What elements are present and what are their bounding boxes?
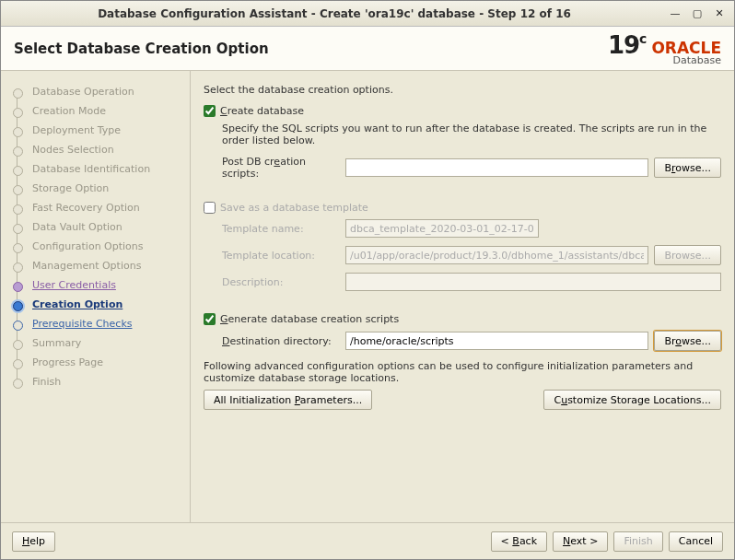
destination-dir-row: Destination directory: Browse... (222, 331, 721, 351)
next-button[interactable]: Next > (553, 531, 608, 552)
post-scripts-input[interactable] (345, 158, 648, 177)
step-data-vault-option: Data Vault Option (10, 217, 186, 237)
customize-storage-button[interactable]: Customize Storage Locations... (543, 390, 721, 410)
create-database-note: Specify the SQL scripts you want to run … (222, 122, 721, 146)
generate-scripts-checkbox[interactable] (204, 313, 216, 325)
close-icon[interactable]: ✕ (712, 7, 727, 20)
step-user-credentials[interactable]: User Credentials (10, 275, 186, 295)
step-prerequisite-checks[interactable]: Prerequisite Checks (10, 314, 186, 333)
step-progress-page: Progress Page (10, 353, 186, 372)
template-location-input (345, 246, 648, 264)
template-name-row: Template name: (222, 219, 721, 238)
step-finish: Finish (10, 372, 186, 391)
create-database-label: Create database (220, 105, 304, 117)
step-creation-option: Creation Option (10, 295, 186, 314)
maximize-icon[interactable]: ▢ (690, 7, 705, 20)
template-name-input (345, 219, 539, 238)
save-template-option[interactable]: Save as a database template (204, 202, 721, 214)
post-scripts-browse-button[interactable]: Browse... (654, 158, 721, 178)
header: Select Database Creation Option 19c ORAC… (1, 27, 734, 71)
template-location-label: Template location: (222, 250, 340, 262)
sidebar: Database OperationCreation ModeDeploymen… (1, 71, 191, 522)
create-database-option[interactable]: Create database (204, 105, 721, 117)
intro-text: Select the database creation options. (204, 84, 721, 96)
window-title: Database Configuration Assistant - Creat… (8, 7, 660, 20)
generate-scripts-label: Generate database creation scripts (220, 313, 399, 325)
destination-dir-input[interactable] (345, 332, 648, 350)
template-location-row: Template location: Browse... (222, 245, 721, 265)
create-database-checkbox[interactable] (204, 105, 216, 117)
advanced-note: Following advanced configuration options… (204, 360, 721, 384)
content: Select the database creation options. Cr… (191, 71, 734, 522)
dbca-window: Database Configuration Assistant - Creat… (0, 0, 735, 560)
step-deployment-type: Deployment Type (10, 121, 186, 140)
cancel-button[interactable]: Cancel (669, 531, 723, 552)
step-fast-recovery-option: Fast Recovery Option (10, 198, 186, 217)
destination-browse-button[interactable]: Browse... (654, 331, 721, 351)
step-database-identification: Database Identification (10, 159, 186, 179)
titlebar: Database Configuration Assistant - Creat… (1, 1, 734, 27)
step-nodes-selection: Nodes Selection (10, 140, 186, 159)
save-template-checkbox[interactable] (204, 202, 216, 214)
finish-button: Finish (613, 531, 662, 552)
footer: Help < Back Next > Finish Cancel (1, 522, 734, 559)
template-description-row: Description: (222, 273, 721, 291)
destination-dir-label: Destination directory: (222, 335, 340, 347)
step-database-operation: Database Operation (10, 82, 186, 101)
post-scripts-row: Post DB creation scripts: Browse... (222, 156, 721, 180)
step-configuration-options: Configuration Options (10, 237, 186, 256)
save-template-label: Save as a database template (220, 202, 368, 214)
step-management-options: Management Options (10, 256, 186, 275)
steps-list: Database OperationCreation ModeDeploymen… (10, 82, 186, 391)
page-title: Select Database Creation Option (14, 41, 269, 57)
step-storage-option: Storage Option (10, 179, 186, 198)
minimize-icon[interactable]: — (668, 7, 682, 20)
main: Database OperationCreation ModeDeploymen… (1, 71, 734, 522)
generate-scripts-option[interactable]: Generate database creation scripts (204, 313, 721, 325)
help-button[interactable]: Help (12, 531, 55, 552)
template-description-input (345, 273, 721, 291)
init-params-button[interactable]: All Initialization Parameters... (204, 390, 372, 410)
step-summary: Summary (10, 333, 186, 353)
back-button[interactable]: < Back (491, 531, 547, 552)
oracle-logo: 19c ORACLE Database (608, 31, 721, 66)
template-browse-button: Browse... (654, 245, 721, 265)
post-scripts-label: Post DB creation scripts: (222, 156, 340, 180)
template-name-label: Template name: (222, 223, 340, 235)
template-description-label: Description: (222, 276, 340, 288)
step-creation-mode: Creation Mode (10, 101, 186, 121)
